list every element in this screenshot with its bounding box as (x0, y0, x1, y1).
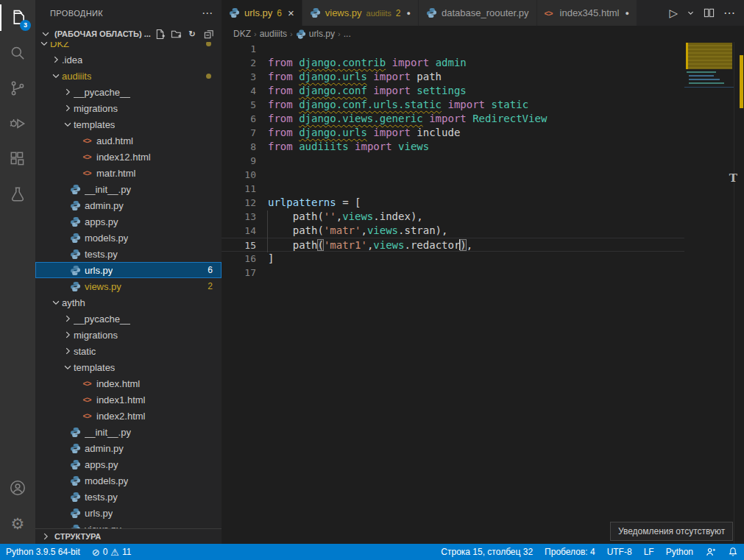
html-file-icon: <> (81, 378, 93, 389)
code-line-13[interactable]: 13 path('',views.index), (222, 210, 684, 224)
code-line-12[interactable]: 12urlpatterns = [ (222, 196, 684, 210)
collapse-all-icon[interactable] (201, 26, 216, 41)
source-control-activity-icon[interactable] (0, 71, 35, 106)
tree-item-templates[interactable]: templates (35, 116, 222, 132)
breadcrumb-root[interactable]: DKZ (233, 29, 251, 39)
tree-item-apps-py[interactable]: apps.py (35, 213, 222, 230)
tree-item-dkz[interactable]: DKZ (35, 42, 222, 52)
tab-index345-html[interactable]: <>index345.html● (537, 0, 637, 26)
code-line-3[interactable]: 3from django.urls import path (222, 70, 684, 84)
tree-item-index2-html[interactable]: <>index2.html (35, 408, 222, 424)
tab-label: views.py (325, 7, 362, 18)
tree-item-aythh[interactable]: aythh (35, 294, 222, 311)
tree-item-index-html[interactable]: <>index.html (35, 375, 222, 391)
indentation-status[interactable]: Пробелов: 4 (539, 544, 601, 560)
tree-item-admin-py[interactable]: admin.py (35, 440, 222, 456)
tree-item-models-py[interactable]: models.py (35, 230, 222, 246)
tree-item--init-py[interactable]: __init__.py (35, 181, 222, 197)
refresh-icon[interactable]: ↻ (185, 26, 199, 41)
tree-item-label: models.py (85, 475, 128, 486)
breadcrumb-folder[interactable]: audiiits (260, 29, 287, 39)
explorer-activity-icon[interactable]: 3 (0, 0, 35, 35)
breadcrumb-symbol-more[interactable]: ... (344, 29, 351, 39)
code-line-7[interactable]: 7from django.urls import include (222, 126, 684, 140)
accounts-activity-icon[interactable] (0, 470, 35, 506)
tree-item-migrations[interactable]: migrations (35, 100, 222, 116)
code-line-15[interactable]: 15 path('matr1',views.redactor), (222, 238, 684, 252)
tree-item-views-py[interactable]: views.py2 (35, 278, 222, 294)
tree-item-tests-py[interactable]: tests.py (35, 489, 222, 505)
code-token: django.urls (299, 127, 367, 138)
tree-item-tests-py[interactable]: tests.py (35, 246, 222, 262)
tree-item--pycache-[interactable]: __pycache__ (35, 84, 222, 100)
tree-item--idea[interactable]: .idea (35, 52, 222, 68)
tree-item-views-py[interactable]: views.py (35, 521, 222, 528)
code-line-2[interactable]: 2from django.contrib import admin (222, 56, 684, 70)
code-token: import (373, 127, 411, 138)
tree-item-index12-html[interactable]: <>index12.html (35, 149, 222, 165)
notifications-bell-icon[interactable] (722, 544, 744, 560)
code-line-9[interactable]: 9 (222, 154, 684, 168)
more-actions-icon[interactable]: ⋯ (723, 6, 735, 20)
more-actions-icon[interactable]: ⋯ (202, 7, 213, 20)
manage-activity-icon[interactable]: ⚙ (0, 506, 35, 541)
tree-item-admin-py[interactable]: admin.py (35, 197, 222, 213)
python-interpreter-status[interactable]: Python 3.9.5 64-bit (0, 544, 86, 560)
search-activity-icon[interactable] (0, 35, 35, 71)
cursor-position-status[interactable]: Строка 15, столбец 32 (435, 544, 539, 560)
tree-item-models-py[interactable]: models.py (35, 472, 222, 489)
split-editor-icon[interactable] (704, 7, 715, 18)
tab-database-roouter-py[interactable]: database_roouter.py (419, 0, 537, 26)
tree-item--init-py[interactable]: __init__.py (35, 424, 222, 440)
run-and-debug-activity-icon[interactable] (0, 106, 35, 141)
code-line-1[interactable]: 1 (222, 42, 684, 56)
code-line-6[interactable]: 6from django.views.generic import Redire… (222, 112, 684, 126)
code-token: import (392, 57, 430, 68)
line-number: 3 (222, 70, 256, 84)
close-icon[interactable]: × (288, 7, 294, 19)
code-line-8[interactable]: 8from audiiits import views (222, 140, 684, 154)
tree-item-index1-html[interactable]: <>index1.html (35, 391, 222, 408)
code-line-17[interactable]: 17 (222, 266, 684, 280)
modified-dot-icon[interactable]: ● (407, 10, 411, 17)
code-line-10[interactable]: 10 (222, 168, 684, 182)
code-line-14[interactable]: 14 path('matr',views.stran), (222, 224, 684, 238)
minimap[interactable] (684, 42, 734, 544)
code-token: static (491, 99, 528, 110)
testing-activity-icon[interactable] (0, 177, 35, 212)
eol-status[interactable]: LF (638, 544, 660, 560)
tab-urls-py[interactable]: urls.py6× (222, 0, 302, 26)
tree-item-aud-html[interactable]: <>aud.html (35, 132, 222, 149)
tree-item-matr-html[interactable]: <>matr.html (35, 165, 222, 181)
tab-label: database_roouter.py (442, 7, 529, 18)
new-folder-icon[interactable] (169, 26, 183, 41)
tab-views-py[interactable]: views.pyaudiiits2● (302, 0, 419, 26)
feedback-icon[interactable] (699, 544, 722, 560)
problems-status[interactable]: ⊘ 0 ⚠ 11 (86, 544, 138, 560)
tree-item-apps-py[interactable]: apps.py (35, 456, 222, 472)
breadcrumb-file[interactable]: urls.py (309, 29, 335, 39)
language-mode-status[interactable]: Python (660, 544, 699, 560)
tree-item-templates[interactable]: templates (35, 359, 222, 375)
outline-section-header[interactable]: СТРУКТУРА (35, 528, 222, 544)
editor-scrollbar[interactable] (734, 42, 744, 544)
code-editor[interactable]: 12from django.contrib import admin3from … (222, 42, 684, 280)
new-file-icon[interactable] (152, 26, 167, 41)
encoding-status[interactable]: UTF-8 (601, 544, 638, 560)
tree-item-audiiits[interactable]: audiiits (35, 68, 222, 84)
tree-item-migrations[interactable]: migrations (35, 327, 222, 343)
tree-item-urls-py[interactable]: urls.py (35, 505, 222, 521)
tree-item-static[interactable]: static (35, 343, 222, 359)
run-dropdown-chevron-icon[interactable] (687, 9, 695, 17)
tree-item--pycache-[interactable]: __pycache__ (35, 311, 222, 327)
workspace-section-header[interactable]: (РАБОЧАЯ ОБЛАСТЬ) ... ↻ (35, 26, 222, 42)
code-line-11[interactable]: 11 (222, 182, 684, 196)
extensions-activity-icon[interactable] (0, 141, 35, 177)
modified-dot-icon[interactable]: ● (625, 10, 628, 17)
code-line-16[interactable]: 16] (222, 252, 684, 266)
run-python-file-icon[interactable]: ▷ (669, 7, 678, 20)
code-line-4[interactable]: 4from django.conf import settings (222, 84, 684, 98)
tree-item-urls-py[interactable]: urls.py6 (35, 262, 222, 278)
tree-item-label: models.py (85, 233, 128, 244)
code-line-5[interactable]: 5from django.conf.urls.static import sta… (222, 98, 684, 112)
